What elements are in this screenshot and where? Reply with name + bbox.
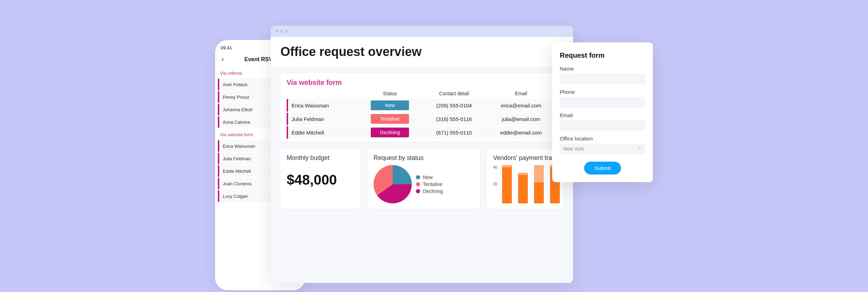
cell-status: Declining bbox=[357, 126, 423, 139]
pie-title: Request by status bbox=[374, 154, 474, 162]
status-pill: New bbox=[371, 100, 409, 110]
browser-chrome bbox=[271, 26, 573, 37]
cell-name: Julia Feldman bbox=[287, 113, 357, 125]
bar-column bbox=[518, 165, 528, 203]
office-select[interactable]: New York bbox=[560, 144, 645, 154]
window-dot bbox=[276, 30, 278, 33]
cell-name: Erica Waissman bbox=[287, 99, 357, 112]
bar-segment-pending bbox=[534, 165, 544, 182]
label-office: Office location bbox=[560, 136, 645, 141]
submit-button[interactable]: Submit bbox=[584, 162, 621, 175]
col-email: Email bbox=[485, 88, 557, 99]
bar-segment-paid bbox=[502, 167, 512, 204]
window-dot bbox=[285, 30, 288, 33]
requests-card-title: Via website form bbox=[287, 79, 557, 87]
requests-table-card: Via website form Name Status Contact det… bbox=[280, 73, 563, 142]
widgets-row: Monthly budget $48,000 Request by status… bbox=[280, 149, 563, 209]
dashboard-title: Office request overview bbox=[271, 37, 573, 67]
legend-new: New bbox=[423, 175, 433, 180]
request-form-panel: Request form Name Phone Email Office loc… bbox=[552, 42, 653, 182]
status-pill: Declining bbox=[371, 128, 409, 137]
vendors-bar-widget: Vendors' payment trac 40 20 bbox=[487, 149, 563, 209]
table-row[interactable]: Julia FeldmanTentative(316) 555-0116juli… bbox=[287, 113, 557, 125]
budget-widget: Monthly budget $48,000 bbox=[280, 149, 360, 209]
row-accent bbox=[218, 140, 219, 152]
pie-chart bbox=[374, 165, 412, 203]
email-input[interactable] bbox=[560, 120, 645, 131]
table-row[interactable]: Erica WaissmanNew(209) 555-0104erica@ema… bbox=[287, 99, 557, 112]
cell-phone[interactable]: (671) 555-0110 bbox=[423, 126, 485, 139]
y-tick-20: 20 bbox=[493, 182, 497, 186]
dashboard: Office request overview Via website form… bbox=[271, 37, 573, 283]
name-input[interactable] bbox=[560, 74, 645, 84]
bars-title: Vendors' payment trac bbox=[493, 154, 557, 162]
row-accent bbox=[218, 190, 219, 202]
cell-phone[interactable]: (209) 555-0104 bbox=[423, 99, 485, 112]
browser-window: Office request overview Via website form… bbox=[271, 26, 573, 283]
cell-phone[interactable]: (316) 555-0116 bbox=[423, 113, 485, 125]
y-tick-40: 40 bbox=[493, 165, 497, 169]
row-accent bbox=[218, 79, 219, 90]
cell-email[interactable]: eddie@email.com bbox=[485, 126, 557, 139]
cell-status: New bbox=[357, 99, 423, 112]
bar-segment-paid bbox=[534, 182, 544, 204]
label-name: Name bbox=[560, 66, 645, 72]
table-row[interactable]: Eddie MitchellDeclining(671) 555-0110edd… bbox=[287, 126, 557, 139]
bar-chart: 40 20 bbox=[493, 165, 557, 203]
row-accent bbox=[218, 178, 219, 189]
form-title: Request form bbox=[560, 51, 645, 59]
phone-time: 09:41 bbox=[221, 45, 232, 50]
budget-value: $48,000 bbox=[287, 165, 354, 188]
col-contact: Contact detail bbox=[423, 88, 485, 99]
bar-column bbox=[502, 165, 512, 203]
row-accent bbox=[218, 116, 219, 128]
bar-column bbox=[534, 165, 544, 203]
phone-input[interactable] bbox=[560, 97, 645, 107]
budget-title: Monthly budget bbox=[287, 154, 354, 162]
row-accent bbox=[218, 153, 219, 164]
row-accent bbox=[218, 165, 219, 177]
legend-swatch-dec bbox=[416, 189, 420, 193]
office-select-value: New York bbox=[560, 144, 645, 154]
requests-table: Name Status Contact detail Email Erica W… bbox=[287, 88, 557, 140]
window-dot bbox=[280, 30, 283, 33]
row-accent bbox=[218, 91, 219, 103]
label-phone: Phone bbox=[560, 89, 645, 95]
legend-swatch-tent bbox=[416, 182, 420, 186]
pie-legend: New Tentative Declining bbox=[416, 173, 443, 195]
status-pie-widget: Request by status New Tentative Declinin… bbox=[367, 149, 480, 209]
col-status: Status bbox=[357, 88, 423, 99]
legend-dec: Declining bbox=[423, 188, 443, 194]
status-pill: Tentative bbox=[371, 114, 409, 124]
cell-status: Tentative bbox=[357, 113, 423, 125]
cell-email[interactable]: julia@email.com bbox=[485, 113, 557, 125]
legend-swatch-new bbox=[416, 175, 420, 179]
label-email: Email bbox=[560, 112, 645, 118]
cell-name: Eddie Mitchell bbox=[287, 126, 357, 139]
legend-tent: Tentative bbox=[423, 181, 442, 187]
cell-email[interactable]: erica@email.com bbox=[485, 99, 557, 112]
row-accent bbox=[218, 104, 219, 115]
bar-segment-paid bbox=[518, 175, 528, 204]
